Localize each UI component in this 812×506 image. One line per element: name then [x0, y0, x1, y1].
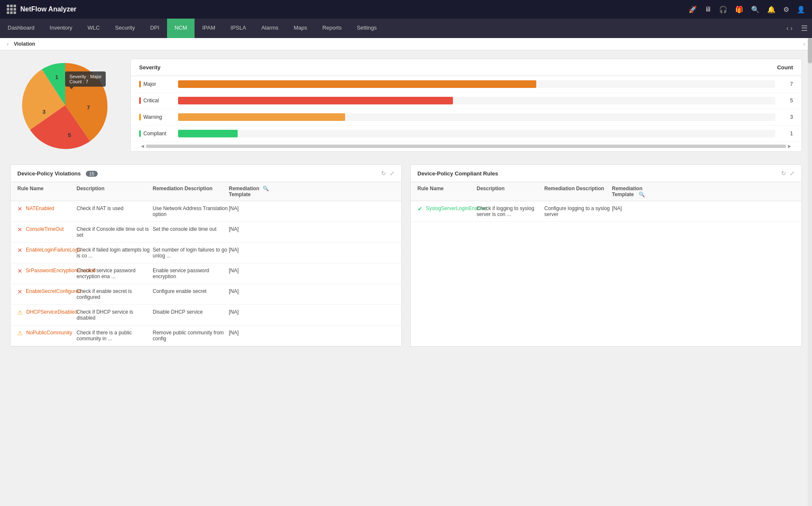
compliant-panel-title: Device-Policy Compliant Rules	[417, 170, 498, 177]
compliant-refresh-icon[interactable]: ↻	[781, 170, 786, 177]
violations-rule-link-1[interactable]: ConsoleTimeOut	[26, 226, 64, 232]
compliant-rem-desc-0: Configure logging to a syslog server	[544, 205, 612, 217]
compliant-search-icon[interactable]: 🔍	[639, 191, 645, 197]
nav-item-dashboard[interactable]: Dashboard	[0, 19, 42, 38]
violations-status-icon-1: ✕	[17, 226, 22, 233]
violations-expand-icon[interactable]: ⤢	[390, 170, 395, 177]
tables-section: Device-Policy Violations 15 ↻ ⤢ Rule Nam…	[10, 164, 802, 347]
severity-row-major: Major 7	[131, 76, 801, 93]
violations-desc-4: Check if enable secret is configured	[77, 288, 153, 300]
search-icon[interactable]: 🔍	[751, 5, 760, 14]
bar-fill-compliant	[178, 130, 238, 137]
h-scrollbar[interactable]	[146, 145, 786, 148]
violations-rem-desc-2: Set number of login failures to go unlog…	[153, 247, 229, 259]
pie-label-critical: 5	[68, 132, 71, 138]
bar-fill-warning	[178, 113, 345, 121]
tooltip-count: Count : 7	[69, 79, 102, 84]
bar-track-compliant	[178, 130, 775, 137]
nav-menu-icon[interactable]: ☰	[797, 19, 812, 38]
scroll-right-arrow[interactable]: ▶	[786, 144, 793, 148]
headset-icon[interactable]: 🎧	[719, 5, 727, 14]
nav-item-maps[interactable]: Maps	[286, 19, 315, 38]
violations-cell-name-0: ✕ NATEnabled	[17, 205, 77, 212]
nav-item-wlc[interactable]: WLC	[80, 19, 107, 38]
nav-back-arrow[interactable]: ‹	[786, 25, 788, 32]
compliant-status-icon-0: ✔	[417, 205, 422, 212]
pie-label-compliant: 1	[55, 74, 58, 80]
severity-label-major: Major	[139, 81, 173, 88]
violations-desc-2: Check if failed login attempts log is co…	[77, 247, 153, 259]
sub-nav-forward[interactable]: ›	[803, 41, 805, 47]
severity-row-critical: Critical 5	[131, 93, 801, 109]
severity-indicator-warning	[139, 114, 141, 120]
nav-bar: Dashboard Inventory WLC Security DPI NCM…	[0, 19, 812, 38]
nav-item-inventory[interactable]: Inventory	[42, 19, 80, 38]
violations-rule-link-6[interactable]: NoPublicCommunity	[26, 330, 72, 336]
nav-item-ipsla[interactable]: IPSLA	[223, 19, 254, 38]
monitor-icon[interactable]: 🖥	[705, 5, 711, 13]
violations-desc-3: Check if service password encryption ena…	[77, 268, 153, 279]
nav-item-alarms[interactable]: Alarms	[254, 19, 286, 38]
gift-icon[interactable]: 🎁	[735, 5, 743, 14]
app-title: NetFlow Analyzer	[20, 5, 77, 13]
nav-item-ipam[interactable]: IPAM	[195, 19, 223, 38]
compliant-expand-icon[interactable]: ⤢	[790, 170, 795, 177]
violations-refresh-icon[interactable]: ↻	[381, 170, 386, 177]
violations-rule-link-2[interactable]: EnableLoginFailureLogs	[26, 247, 80, 253]
nav-item-reports[interactable]: Reports	[315, 19, 349, 38]
pie-label-warning: 3	[42, 109, 45, 115]
h-scrollbar-thumb[interactable]	[146, 145, 786, 148]
violations-panel-count: 15	[86, 171, 98, 177]
violations-title-area: Device-Policy Violations 15	[17, 170, 98, 177]
severity-count-compliant: 1	[780, 131, 793, 137]
violations-rule-link-4[interactable]: EnableSecretConfigured	[26, 288, 81, 294]
violations-rem-desc-0: Use Network Address Translation option	[153, 205, 229, 217]
violations-cell-name-6: ⚠ NoPublicCommunity	[17, 330, 77, 336]
violations-col-remediation-desc: Remediation Description	[153, 186, 229, 197]
compliant-desc-0: Check if logging to syslog server is con…	[477, 205, 544, 217]
violations-row-2: ✕ EnableLoginFailureLogs Check if failed…	[11, 243, 401, 263]
violations-cell-name-1: ✕ ConsoleTimeOut	[17, 226, 77, 233]
rocket-icon[interactable]: 🚀	[689, 5, 697, 14]
violations-panel-title: Device-Policy Violations	[17, 170, 81, 177]
violations-col-template: Remediation Template	[229, 186, 263, 197]
violations-desc-6: Check if there is a public community in …	[77, 330, 153, 342]
violations-row-4: ✕ EnableSecretConfigured Check if enable…	[11, 284, 401, 305]
count-col-header: Count	[777, 64, 793, 71]
violations-rem-desc-6: Remove public community from config	[153, 330, 229, 342]
scroll-left-arrow[interactable]: ◀	[139, 144, 146, 148]
violations-rule-link-0[interactable]: NATEnabled	[26, 205, 54, 211]
violations-status-icon-6: ⚠	[17, 330, 23, 336]
violations-rule-link-5[interactable]: DHCPServiceDisabled	[26, 309, 77, 315]
nav-item-ncm[interactable]: NCM	[167, 19, 195, 38]
compliant-template-0: [NA]	[612, 205, 646, 211]
scrollbar-track[interactable]	[808, 38, 812, 506]
violations-cell-name-3: ✕ SrPasswordEncryptionEnabled	[17, 268, 77, 274]
scrollbar-thumb[interactable]	[808, 38, 812, 63]
compliant-panel: Device-Policy Compliant Rules ↻ ⤢ Rule N…	[410, 164, 802, 347]
compliant-table: Rule Name Description Remediation Descri…	[411, 182, 801, 222]
violations-rem-desc-3: Enable service password encryption	[153, 268, 229, 279]
pie-label-major: 7	[87, 104, 90, 111]
violations-search-icon[interactable]: 🔍	[263, 186, 273, 197]
violations-status-icon-3: ✕	[17, 268, 22, 274]
nav-item-settings[interactable]: Settings	[349, 19, 384, 38]
violations-template-1: [NA]	[229, 226, 263, 232]
gear-icon[interactable]: ⚙	[783, 5, 789, 14]
violations-col-desc: Description	[77, 186, 153, 197]
violations-cell-name-2: ✕ EnableLoginFailureLogs	[17, 247, 77, 254]
nav-item-dpi[interactable]: DPI	[143, 19, 167, 38]
tooltip-label: Severity : Major	[69, 74, 102, 79]
user-icon[interactable]: 👤	[797, 5, 805, 14]
bell-icon[interactable]: 🔔	[767, 5, 776, 14]
violations-template-4: [NA]	[229, 288, 263, 294]
nav-forward-arrow[interactable]: ›	[790, 25, 793, 32]
violations-rem-desc-5: Disable DHCP service	[153, 309, 229, 315]
nav-item-security[interactable]: Security	[107, 19, 143, 38]
top-bar: NetFlow Analyzer 🚀 🖥 🎧 🎁 🔍 🔔 ⚙ 👤	[0, 0, 812, 19]
grid-icon	[7, 5, 16, 14]
severity-count-major: 7	[780, 81, 793, 87]
sub-nav-back[interactable]: ‹	[7, 41, 9, 47]
scrollbar-row: ◀ ▶	[131, 142, 801, 150]
top-bar-icons: 🚀 🖥 🎧 🎁 🔍 🔔 ⚙ 👤	[689, 5, 805, 14]
